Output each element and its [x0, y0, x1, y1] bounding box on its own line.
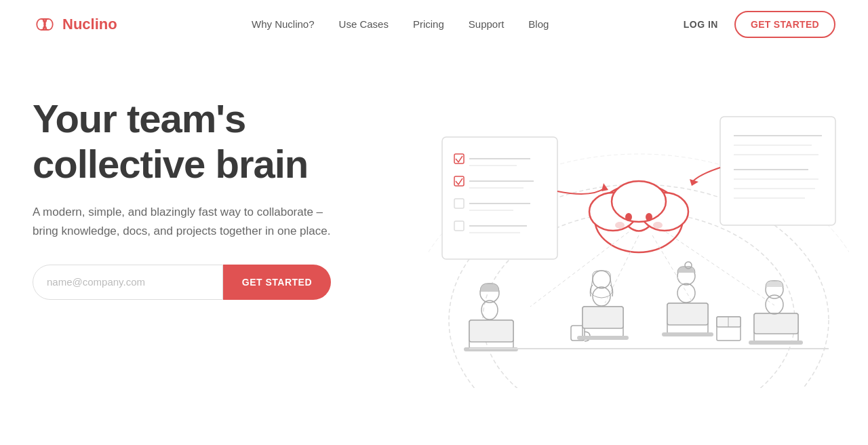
hero-content: Your team's collective brain A modern, s…	[33, 76, 385, 300]
svg-rect-62	[754, 313, 798, 334]
svg-rect-63	[749, 341, 803, 345]
svg-rect-48	[583, 307, 623, 328]
hero-subtitle: A modern, simple, and blazingly fast way…	[33, 203, 331, 239]
svg-rect-23	[720, 117, 835, 225]
nav-links: Why Nuclino? Use Cases Pricing Support B…	[252, 18, 549, 31]
svg-point-37	[615, 222, 625, 229]
svg-rect-42	[469, 320, 513, 342]
svg-point-34	[612, 181, 666, 222]
logo[interactable]: Nuclino	[33, 12, 117, 37]
nav-item-why-nuclino[interactable]: Why Nuclino?	[252, 18, 315, 30]
nav-right: LOG IN GET STARTED	[684, 11, 835, 38]
hero-title: Your team's collective brain	[33, 96, 385, 187]
svg-rect-10	[442, 137, 557, 259]
login-button[interactable]: LOG IN	[684, 19, 718, 30]
svg-point-64	[766, 295, 783, 314]
svg-point-36	[646, 213, 652, 221]
nav-item-support[interactable]: Support	[469, 18, 505, 30]
svg-marker-39	[601, 183, 608, 191]
hero-illustration	[385, 76, 835, 445]
svg-rect-49	[577, 336, 629, 340]
svg-point-51	[593, 271, 610, 288]
nav-get-started-button[interactable]: GET STARTED	[734, 11, 835, 38]
svg-point-38	[653, 222, 663, 229]
navbar: Nuclino Why Nuclino? Use Cases Pricing S…	[0, 0, 868, 49]
svg-point-35	[625, 213, 632, 221]
nav-item-pricing[interactable]: Pricing	[413, 18, 444, 30]
hero-image	[429, 62, 849, 388]
hero-form: GET STARTED	[33, 265, 331, 300]
svg-rect-54	[662, 332, 713, 336]
nav-item-use-cases[interactable]: Use Cases	[339, 18, 389, 30]
hero-get-started-button[interactable]: GET STARTED	[223, 265, 331, 300]
hero-section: Your team's collective brain A modern, s…	[0, 49, 868, 445]
nav-item-blog[interactable]: Blog	[528, 18, 549, 30]
svg-rect-53	[667, 303, 708, 325]
email-input[interactable]	[33, 265, 223, 300]
svg-point-55	[677, 284, 695, 303]
logo-icon	[33, 12, 57, 37]
brand-name: Nuclino	[62, 16, 117, 33]
